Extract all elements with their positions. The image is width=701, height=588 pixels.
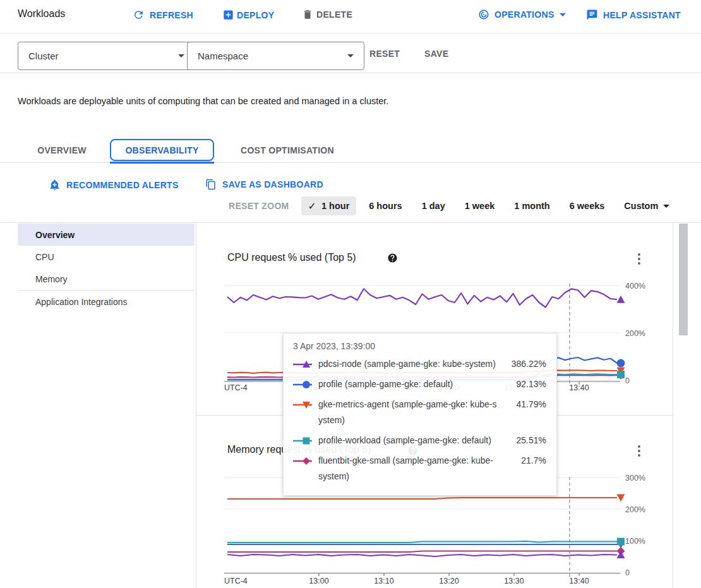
dashboard-copy-icon — [205, 179, 217, 190]
chevron-down-icon — [178, 54, 184, 57]
refresh-label: REFRESH — [150, 10, 193, 20]
chevron-down-icon — [347, 54, 354, 57]
help-assistant-label: HELP ASSISTANT — [603, 10, 681, 20]
x-axis-label: 13:10 — [374, 577, 393, 585]
tooltip-series-row: fluentbit-gke-small (sample-game-gke: ku… — [293, 453, 546, 484]
time-range-label: 1 day — [422, 201, 445, 211]
tooltip-series-value: 92.13% — [497, 376, 546, 392]
time-range-1-week[interactable]: 1 week — [458, 196, 502, 215]
refresh-icon — [133, 9, 145, 21]
save-as-dashboard-button[interactable]: SAVE AS DASHBOARD — [205, 179, 323, 190]
cpu-chart-title: CPU request % used (Top 5) — [227, 252, 356, 263]
chevron-down-icon — [560, 13, 566, 16]
recommended-alerts-label: RECOMMENDED ALERTS — [66, 180, 179, 190]
timezone-label: UTC-4 — [224, 383, 248, 392]
time-range-1-hour[interactable]: ✓1 hour — [301, 196, 357, 215]
tab-cost-optimisation[interactable]: COST OPTIMISATION — [225, 140, 350, 160]
sidebar-item-cpu[interactable]: CPU — [18, 246, 195, 268]
vertical-scrollbar[interactable] — [679, 224, 688, 335]
save-as-dashboard-label: SAVE AS DASHBOARD — [222, 179, 323, 189]
chart-hover-tooltip: 3 Apr 2023, 13:39:00 pdcsi-node (sample-… — [283, 333, 557, 496]
time-range-label: 1 month — [514, 201, 549, 211]
time-range-1-day[interactable]: 1 day — [415, 196, 452, 215]
deploy-icon — [222, 9, 234, 21]
recommended-alerts-button[interactable]: RECOMMENDED ALERTS — [49, 179, 179, 191]
workloads-page: Workloads REFRESH DEPLOY DELETE OPERATIO… — [0, 0, 701, 588]
y-axis-label: 300% — [625, 474, 645, 483]
page-description: Workloads are deployable units of comput… — [18, 93, 406, 109]
sidebar-item-application-integrations[interactable]: Application Integrations — [18, 291, 195, 313]
operations-menu-button[interactable]: OPERATIONS — [478, 9, 566, 20]
y-axis-label: 200% — [625, 505, 645, 514]
sidebar-item-memory[interactable]: Memory — [18, 268, 195, 290]
sidebar-border — [196, 222, 196, 588]
delete-button[interactable]: DELETE — [302, 9, 352, 20]
y-axis-label: 0 — [625, 568, 630, 577]
time-range-6-hours[interactable]: 6 hours — [362, 196, 409, 215]
tooltip-series-row: profile-workload (sample-game-gke: defau… — [293, 433, 546, 448]
tooltip-series-label: profile-workload (sample-game-gke: defau… — [318, 433, 497, 448]
namespace-filter-dropdown[interactable]: Namespace — [187, 42, 364, 70]
custom-label: Custom — [624, 201, 658, 211]
tooltip-series-value: 386.22% — [497, 356, 546, 372]
x-axis-label: 13:40 — [569, 383, 589, 392]
operations-label: OPERATIONS — [494, 9, 554, 20]
header-divider — [0, 33, 701, 33]
series-line — [227, 541, 617, 543]
deploy-button[interactable]: DEPLOY — [222, 9, 274, 21]
x-axis-label: 13:00 — [309, 577, 328, 585]
tooltip-series-row: gke-metrics-agent (sample-game-gke: kube… — [293, 397, 546, 428]
time-range-6-weeks[interactable]: 6 weeks — [563, 196, 612, 215]
tab-observability[interactable]: OBSERVABILITY — [110, 139, 214, 161]
series-line — [227, 498, 617, 499]
tooltip-series-row: pdcsi-node (sample-game-gke: kube-system… — [293, 356, 546, 372]
x-axis-label: 13:30 — [504, 577, 524, 585]
series-end-marker — [617, 359, 625, 368]
chat-icon — [586, 9, 598, 21]
page-title: Workloads — [18, 8, 65, 20]
tooltip-timestamp: 3 Apr 2023, 13:39:00 — [293, 341, 546, 351]
tooltip-series-value: 41.79% — [497, 397, 546, 412]
chevron-down-icon — [663, 205, 669, 208]
time-range-custom[interactable]: Custom — [617, 196, 676, 215]
reset-filters-button[interactable]: RESET — [369, 49, 400, 59]
content-top-divider — [0, 222, 701, 223]
tabs-divider — [0, 162, 701, 163]
tab-overview[interactable]: OVERVIEW — [18, 140, 106, 160]
save-filters-button[interactable]: SAVE — [424, 49, 448, 59]
tooltip-series-label: gke-metrics-agent (sample-game-gke: kube… — [318, 397, 497, 428]
circle-series-marker — [293, 376, 318, 392]
operations-icon — [478, 9, 489, 20]
tooltip-series-row: profile (sample-game-gke: default)92.13% — [293, 376, 546, 392]
delete-label: DELETE — [316, 9, 352, 20]
tooltip-series-label: profile (sample-game-gke: default) — [318, 376, 497, 392]
help-icon[interactable] — [387, 253, 398, 263]
help-assistant-button[interactable]: HELP ASSISTANT — [586, 9, 681, 21]
alert-bell-plus-icon — [49, 179, 61, 191]
filterbar-divider — [0, 73, 701, 73]
series-line — [227, 551, 617, 553]
time-range-bar: RESET ZOOM ✓1 hour6 hours1 day1 week1 mo… — [229, 196, 676, 215]
reset-zoom-button[interactable]: RESET ZOOM — [229, 201, 289, 211]
x-axis-label: 13:20 — [439, 577, 458, 585]
time-range-label: 1 week — [465, 201, 495, 211]
refresh-button[interactable]: REFRESH — [133, 9, 193, 21]
time-range-label: 6 hours — [369, 201, 402, 211]
cluster-filter-dropdown[interactable]: Cluster — [18, 42, 195, 70]
sidebar-item-overview[interactable]: Overview — [18, 224, 195, 246]
namespace-filter-label: Namespace — [198, 51, 248, 61]
memory-chart-menu-button[interactable] — [633, 443, 645, 459]
series-end-marker — [617, 494, 625, 501]
check-icon: ✓ — [308, 200, 316, 212]
tooltip-series-label: fluentbit-gke-small (sample-game-gke: ku… — [318, 453, 497, 484]
x-axis-label: 13:40 — [569, 577, 589, 585]
series-end-marker — [617, 296, 625, 303]
triangle-up-series-marker — [293, 356, 318, 371]
cpu-chart-menu-button[interactable] — [633, 251, 645, 267]
tooltip-series-value: 21.7% — [497, 453, 546, 469]
series-line — [227, 289, 617, 307]
square-series-marker — [293, 433, 318, 448]
delete-icon — [302, 9, 313, 20]
time-range-1-month[interactable]: 1 month — [507, 196, 556, 215]
triangle-down-series-marker — [293, 397, 318, 412]
